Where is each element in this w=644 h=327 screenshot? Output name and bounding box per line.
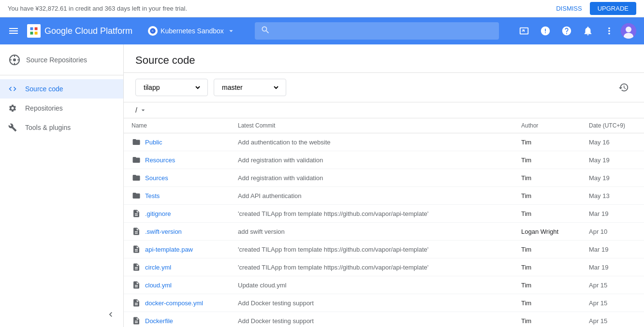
author-cell: Tim	[513, 294, 581, 312]
main-layout: Source Repositories Source code Reposito…	[0, 44, 644, 327]
svg-rect-0	[30, 28, 33, 30]
sidebar-item-source-code[interactable]: Source code	[0, 79, 123, 99]
commit-cell: Add authentication to the website	[230, 133, 513, 151]
file-name-cell[interactable]: Tests	[132, 191, 222, 200]
file-name-text[interactable]: .swift-version	[145, 228, 182, 235]
file-name-text[interactable]: Resources	[145, 156, 175, 164]
col-header-name: Name	[124, 118, 230, 133]
wrench-icon	[8, 123, 17, 132]
folder-icon	[132, 191, 141, 200]
dismiss-button[interactable]: DISMISS	[552, 3, 585, 14]
sidebar-navigation: Source code Repositories Tools & plugins	[0, 75, 123, 302]
file-name-text[interactable]: docker-compose.yml	[145, 299, 203, 307]
table-body: Public Add authentication to the website…	[124, 133, 644, 327]
toolbar: tilapp master	[124, 73, 644, 102]
sidebar-header-title: Source Repositories	[26, 56, 87, 64]
folder-icon	[132, 173, 141, 183]
sidebar-item-repositories[interactable]: Repositories	[0, 99, 123, 118]
file-name-cell[interactable]: Dockerfile	[132, 316, 222, 326]
file-name-cell[interactable]: docker-compose.yml	[132, 298, 222, 308]
sidebar-item-tools-plugins-label: Tools & plugins	[25, 124, 71, 131]
sidebar-item-repositories-label: Repositories	[25, 104, 63, 112]
file-name-text[interactable]: Sources	[145, 174, 168, 182]
project-dropdown-icon	[227, 27, 235, 35]
main-content: Source code tilapp master /	[124, 44, 644, 327]
sidebar-collapse-button[interactable]	[0, 302, 123, 327]
file-table: Name Latest Commit Author Date (UTC+9) P…	[124, 118, 644, 327]
file-icon	[132, 209, 141, 218]
top-banner: You have ¥32,872.61 in credit and 363 da…	[0, 0, 644, 17]
branch-select[interactable]: master	[220, 83, 280, 92]
terminal-button[interactable]	[514, 21, 534, 41]
top-nav: Google Cloud Platform K Kubernetes Sandb…	[0, 17, 644, 44]
page-title: Source code	[135, 54, 632, 67]
file-name-text[interactable]: Public	[145, 139, 162, 146]
branch-select-wrapper[interactable]: master	[214, 79, 286, 96]
file-name-text[interactable]: Tests	[145, 192, 160, 199]
nav-actions	[514, 21, 636, 41]
table-row: .swift-version add swift version Logan W…	[124, 223, 644, 241]
commit-cell: Add API authentication	[230, 187, 513, 205]
table-row: cloud.yml Update cloud.yml Tim Apr 15	[124, 276, 644, 294]
commit-cell: 'created TILApp from template https://gi…	[230, 258, 513, 276]
repo-select-wrapper[interactable]: tilapp	[135, 79, 208, 96]
code-icon	[8, 84, 17, 94]
table-row: api-template.paw 'created TILApp from te…	[124, 241, 644, 258]
author-cell: Tim	[513, 241, 581, 258]
author-cell: Logan Wright	[513, 223, 581, 241]
sidebar-item-source-code-label: Source code	[25, 85, 63, 93]
table-row: Resources Add registration with validati…	[124, 151, 644, 169]
author-cell: Tim	[513, 205, 581, 223]
file-name-cell[interactable]: .swift-version	[132, 227, 222, 236]
upgrade-button[interactable]: UPGRADE	[590, 2, 636, 15]
commit-cell: Update cloud.yml	[230, 276, 513, 294]
hamburger-menu-button[interactable]	[8, 25, 19, 37]
file-icon	[132, 262, 141, 272]
col-header-date: Date (UTC+9)	[581, 118, 644, 133]
file-name-text[interactable]: cloud.yml	[145, 282, 172, 289]
commit-cell: add swift version	[230, 223, 513, 241]
file-name-cell[interactable]: api-template.paw	[132, 244, 222, 254]
svg-rect-1	[35, 28, 38, 30]
table-row: Public Add authentication to the website…	[124, 133, 644, 151]
date-cell: Mar 19	[581, 205, 644, 223]
sidebar-item-tools-plugins[interactable]: Tools & plugins	[0, 118, 123, 137]
file-name-cell[interactable]: Sources	[132, 173, 222, 183]
search-icon	[261, 25, 270, 37]
file-name-cell[interactable]: Public	[132, 137, 222, 147]
breadcrumb-dropdown-button[interactable]	[139, 106, 147, 114]
search-bar[interactable]	[255, 22, 499, 40]
notification-button[interactable]	[578, 21, 598, 41]
author-cell: Tim	[513, 276, 581, 294]
file-name-cell[interactable]: circle.yml	[132, 262, 222, 272]
commit-cell: Add registration with validation	[230, 169, 513, 187]
file-name-text[interactable]: api-template.paw	[145, 246, 193, 253]
date-cell: May 13	[581, 187, 644, 205]
file-table-wrap: Name Latest Commit Author Date (UTC+9) P…	[124, 118, 644, 327]
repo-select[interactable]: tilapp	[142, 83, 202, 92]
banner-message: You have ¥32,872.61 in credit and 363 da…	[8, 5, 187, 12]
logo-area: Google Cloud Platform	[27, 24, 132, 38]
author-cell: Tim	[513, 133, 581, 151]
alert-button[interactable]	[536, 21, 555, 41]
author-cell: Tim	[513, 312, 581, 327]
col-header-commit: Latest Commit	[230, 118, 513, 133]
banner-actions: DISMISS UPGRADE	[552, 2, 636, 15]
file-name-text[interactable]: Dockerfile	[145, 317, 173, 325]
project-selector[interactable]: K Kubernetes Sandbox	[144, 24, 239, 38]
date-cell: Mar 19	[581, 241, 644, 258]
file-name-cell[interactable]: Resources	[132, 155, 222, 165]
more-options-button[interactable]	[600, 21, 619, 41]
help-button[interactable]	[557, 21, 576, 41]
folder-icon	[132, 137, 141, 147]
file-name-text[interactable]: .gitignore	[145, 210, 171, 217]
file-name-cell[interactable]: .gitignore	[132, 209, 222, 218]
user-avatar[interactable]	[621, 23, 636, 39]
file-name-text[interactable]: circle.yml	[145, 264, 171, 271]
file-name-cell[interactable]: cloud.yml	[132, 280, 222, 290]
file-icon	[132, 227, 141, 236]
source-repos-icon	[8, 53, 21, 67]
history-button[interactable]	[615, 79, 632, 96]
date-cell: Apr 15	[581, 276, 644, 294]
svg-point-7	[626, 27, 631, 32]
